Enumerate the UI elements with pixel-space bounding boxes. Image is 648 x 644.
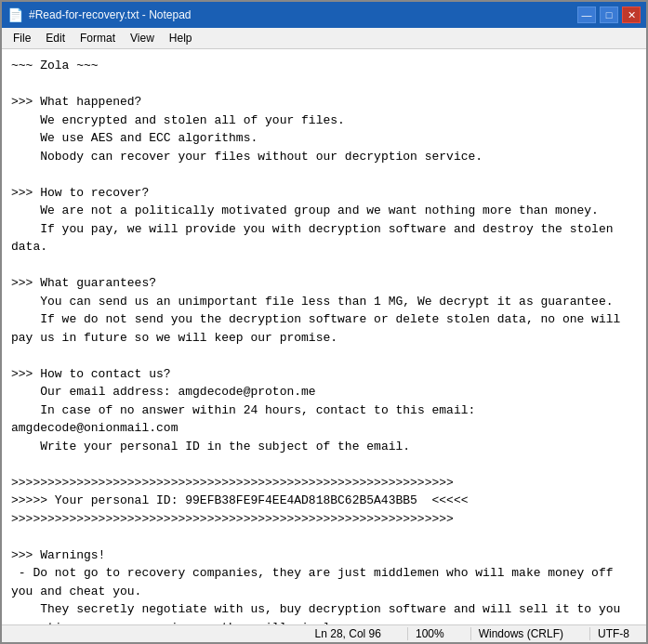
menu-edit[interactable]: Edit [38,30,73,46]
status-bar: Ln 28, Col 96 100% Windows (CRLF) UTF-8 [2,624,646,642]
encoding: UTF-8 [589,627,637,640]
menu-help[interactable]: Help [162,30,200,46]
maximize-button[interactable]: □ [600,7,618,23]
menu-view[interactable]: View [123,30,162,46]
minimize-button[interactable]: — [577,7,596,23]
line-ending: Windows (CRLF) [470,627,571,640]
menu-format[interactable]: Format [73,30,123,46]
text-content[interactable]: ~~~ Zola ~~~ >>> What happened? We encry… [2,49,646,624]
notepad-window: 📄 #Read-for-recovery.txt - Notepad — □ ✕… [0,0,648,644]
title-bar-left: 📄 #Read-for-recovery.txt - Notepad [7,7,192,22]
title-bar: 📄 #Read-for-recovery.txt - Notepad — □ ✕ [2,2,646,28]
menu-file[interactable]: File [6,30,38,46]
window-title: #Read-for-recovery.txt - Notepad [29,8,192,21]
close-button[interactable]: ✕ [622,7,641,23]
menu-bar: File Edit Format View Help [2,28,646,49]
zoom-level: 100% [407,627,452,640]
cursor-position: Ln 28, Col 96 [308,627,389,640]
title-controls: — □ ✕ [577,7,641,23]
app-icon: 📄 [7,7,23,22]
